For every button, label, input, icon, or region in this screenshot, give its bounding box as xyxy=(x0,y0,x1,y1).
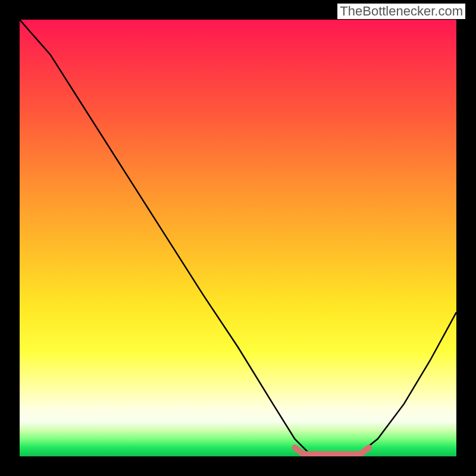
plot-area xyxy=(20,20,456,456)
chart-svg xyxy=(20,20,456,456)
chart-container: TheBottlenecker.com xyxy=(0,0,476,476)
watermark-text: TheBottlenecker.com xyxy=(337,4,465,19)
bottleneck-curve xyxy=(20,20,456,456)
